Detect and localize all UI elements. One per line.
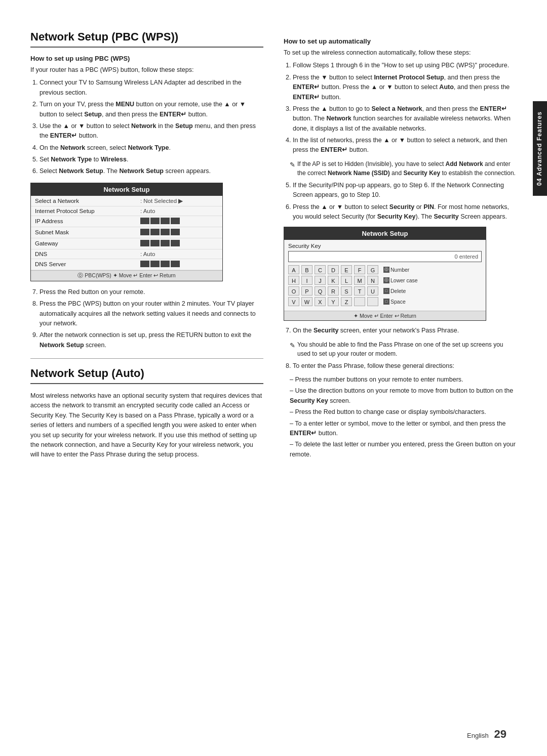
key-A[interactable]: A [288,265,299,274]
page: 04 Advanced Features Network Setup (PBC … [0,0,547,756]
key-B[interactable]: B [301,265,312,274]
note-7-text: You should be able to find the Pass Phra… [297,340,517,358]
key-blank-2[interactable] [367,297,378,306]
list-item: To enter the Pass Phrase, follow these g… [293,361,517,371]
action-delete: □ Delete [383,288,406,294]
directions-list: Press the number buttons on your remote … [284,375,517,459]
keyboard-row-2: H I J K L M N ⓪ Lower case [288,276,482,285]
table-row: DNS : Auto [31,249,222,259]
key-V[interactable]: V [288,297,299,306]
space-icon: □ [383,299,389,305]
security-key-table: Network Setup Security Key 0 entered A B… [284,227,486,321]
keyboard-row-4: V W X Y Z □ Space [288,297,482,306]
key-F[interactable]: F [354,265,365,274]
key-L[interactable]: L [341,276,352,285]
list-item: Connect your TV to Samsung Wireless LAN … [40,78,263,98]
security-key-input: 0 entered [288,251,482,262]
auto-subsection-title: How to set up automatically [284,37,517,45]
security-table-title: Network Setup [284,227,486,240]
auto-steps-list: Follow Steps 1 through 6 in the "How to … [284,61,517,155]
table-cell-value [136,259,222,270]
list-item: After the network connection is set up, … [40,330,263,350]
section-title-auto: Network Setup (Auto) [30,367,263,384]
note-4: ✎ If the AP is set to Hidden (Invisible)… [290,159,517,178]
left-column: Network Setup (PBC (WPS)) How to set up … [30,30,263,695]
auto-steps-list-2: If the Security/PIN pop-up appears, go t… [284,181,517,222]
list-item: If the Security/PIN pop-up appears, go t… [293,181,517,200]
security-table-footer: ✦ Move ↵ Enter ↩ Return [284,311,486,320]
pbc-steps-list: Connect your TV to Samsung Wireless LAN … [30,78,263,176]
key-Y[interactable]: Y [328,297,339,306]
key-E[interactable]: E [341,265,352,274]
table-cell-label: IP Address [31,216,136,227]
list-item: To a enter letter or symbol, move to the… [290,419,517,439]
list-item: Press the number buttons on your remote … [290,375,517,385]
list-item: Press the Red button on your remote. [40,287,263,297]
table-row: DNS Server [31,259,222,270]
key-W[interactable]: W [301,297,312,306]
list-item: In the list of networks, press the ▲ or … [293,136,517,155]
table-cell-label: Internet Protocol Setup [31,206,136,216]
key-blank-1[interactable] [354,297,365,306]
list-item: On the Network screen, select Network Ty… [40,143,263,153]
key-R[interactable]: R [328,286,339,296]
key-P[interactable]: P [301,286,312,296]
key-I[interactable]: I [301,276,312,285]
list-item: Use the ▲ or ▼ button to select Network … [40,121,263,141]
gateway-blocks [140,240,180,246]
keyboard-row-1: A B C D E F G ⓪ Number [288,265,482,274]
key-N[interactable]: N [367,276,378,285]
list-item: Press the ▲ or ▼ button to select Securi… [293,202,517,222]
table-cell-value [136,238,222,249]
auto-intro: To set up the wireless connection automa… [284,48,517,58]
security-table-inner: Security Key 0 entered A B C D E F G ⓪ N… [284,240,486,311]
section-title-pbc: Network Setup (PBC (WPS)) [30,30,263,48]
key-J[interactable]: J [315,276,326,285]
page-number: 29 [494,728,506,740]
network-table-title: Network Setup [31,183,222,196]
key-O[interactable]: O [288,286,299,296]
auto-intro-paragraph: Most wireless networks have an optional … [30,391,263,460]
key-U[interactable]: U [367,286,378,296]
table-row: Gateway [31,238,222,249]
action-space: □ Space [383,299,406,305]
table-row: Internet Protocol Setup : Auto [31,206,222,216]
table-row: IP Address [31,216,222,227]
key-G[interactable]: G [367,265,378,274]
side-tab: 04 Advanced Features [533,101,547,196]
pbc-steps-after-list: Press the Red button on your remote. Pre… [30,287,263,350]
list-item: Press the ▲ button to go to Select a Net… [293,104,517,134]
table-cell-label: DNS [31,249,136,259]
table-cell-label: Subnet Mask [31,227,136,238]
right-column: How to set up automatically To set up th… [284,30,517,695]
table-cell-value: : Auto [136,206,222,216]
key-H[interactable]: H [288,276,299,285]
key-C[interactable]: C [315,265,326,274]
key-entered-text: 0 entered [455,254,478,260]
note-7: ✎ You should be able to find the Pass Ph… [290,340,517,358]
subnet-blocks [140,229,180,235]
key-T[interactable]: T [354,286,365,296]
table-row: Subnet Mask [31,227,222,238]
table-cell-label: Select a Network [31,196,136,206]
auto-steps-list-3: On the Security screen, enter your netwo… [284,326,517,335]
key-S[interactable]: S [341,286,352,296]
key-Q[interactable]: Q [315,286,326,296]
lowercase-icon: ⓪ [383,277,389,283]
section-divider [30,358,263,359]
list-item: To delete the last letter or number you … [290,440,517,459]
action-number: ⓪ Number [383,267,409,273]
list-item: Press the Red button to change case or d… [290,407,517,417]
table-cell-label: DNS Server [31,259,136,270]
list-item: Select Network Setup. The Network Setup … [40,166,263,176]
key-K[interactable]: K [328,276,339,285]
action-lowercase: ⓪ Lower case [383,277,418,283]
key-X[interactable]: X [315,297,326,306]
keyboard-row-3: O P Q R S T U □ Delete [288,286,482,296]
ip-blocks [140,218,180,224]
page-footer: English 29 [467,728,506,741]
list-item: Use the direction buttons on your remote… [290,386,517,406]
key-M[interactable]: M [354,276,365,285]
key-Z[interactable]: Z [341,297,352,306]
key-D[interactable]: D [328,265,339,274]
